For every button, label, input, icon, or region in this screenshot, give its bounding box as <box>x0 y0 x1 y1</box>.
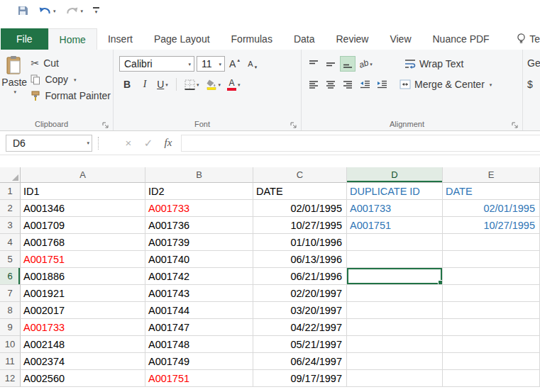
cell-A3[interactable]: A001709 <box>21 217 145 234</box>
cell-D12[interactable] <box>347 370 443 387</box>
italic-button[interactable]: I <box>137 77 153 92</box>
merge-center-button[interactable]: Merge & Center ▾ <box>400 79 492 90</box>
cell-E6[interactable] <box>443 268 540 285</box>
cell-C7[interactable]: 02/20/1997 <box>253 285 347 302</box>
cell-A2[interactable]: A001346 <box>21 200 145 217</box>
row-header-9[interactable]: 9 <box>0 319 21 336</box>
paste-button[interactable]: Paste ▾ <box>0 50 28 118</box>
cell-B10[interactable]: A001748 <box>145 336 253 353</box>
cell-A12[interactable]: A002560 <box>21 370 145 387</box>
fill-color-button[interactable]: ▾ <box>204 77 224 92</box>
font-dialog-launcher[interactable] <box>290 120 298 128</box>
cell-E8[interactable] <box>443 302 540 319</box>
cell-D1[interactable]: DUPLICATE ID <box>347 183 443 200</box>
increase-indent-button[interactable] <box>374 77 390 92</box>
customize-qat-button[interactable]: ▾ <box>92 6 101 15</box>
cell-D10[interactable] <box>347 336 443 353</box>
tab-formulas[interactable]: Formulas <box>221 28 283 50</box>
accounting-format-button[interactable]: $ <box>527 79 540 90</box>
row-header-2[interactable]: 2 <box>0 200 21 217</box>
cell-B11[interactable]: A001749 <box>145 353 253 370</box>
cell-C9[interactable]: 04/22/1997 <box>253 319 347 336</box>
row-header-5[interactable]: 5 <box>0 251 21 268</box>
cell-D4[interactable] <box>347 234 443 251</box>
cell-D2[interactable]: A001733 <box>347 200 443 217</box>
tab-view[interactable]: View <box>379 28 421 50</box>
cancel-button[interactable]: × <box>119 135 138 152</box>
cell-A7[interactable]: A001921 <box>21 285 145 302</box>
insert-function-button[interactable]: fx <box>158 135 178 152</box>
name-box[interactable]: D6 ▾ <box>6 135 92 152</box>
cell-E10[interactable] <box>443 336 540 353</box>
cell-B12[interactable]: A001751 <box>145 370 253 387</box>
undo-button[interactable]: ▾ <box>37 5 57 16</box>
cell-A6[interactable]: A001886 <box>21 268 145 285</box>
number-format-select[interactable]: Ge <box>527 57 540 69</box>
column-header-D[interactable]: D <box>347 167 443 183</box>
cell-E1[interactable]: DATE <box>443 183 540 200</box>
cell-B7[interactable]: A001743 <box>145 285 253 302</box>
cell-E5[interactable] <box>443 251 540 268</box>
tab-nuance-pdf[interactable]: Nuance PDF <box>422 28 500 50</box>
cell-B8[interactable]: A001744 <box>145 302 253 319</box>
align-top-button[interactable] <box>306 56 321 72</box>
font-name-select[interactable]: Calibri ▾ <box>119 56 194 72</box>
cell-C6[interactable]: 06/21/1996 <box>253 268 347 285</box>
cell-E7[interactable] <box>443 285 540 302</box>
row-header-12[interactable]: 12 <box>0 370 21 387</box>
cell-A10[interactable]: A002148 <box>21 336 145 353</box>
align-middle-button[interactable] <box>323 56 338 72</box>
cell-C3[interactable]: 10/27/1995 <box>253 217 347 234</box>
alignment-dialog-launcher[interactable] <box>512 120 519 128</box>
cell-C4[interactable]: 01/10/1996 <box>253 234 347 251</box>
orientation-button[interactable]: ab ▾ <box>357 56 375 72</box>
cell-A9[interactable]: A001733 <box>21 319 145 336</box>
increase-font-size-button[interactable]: A▲ <box>227 56 243 72</box>
align-left-button[interactable] <box>306 77 321 92</box>
cell-E2[interactable]: 02/01/1995 <box>443 200 540 217</box>
tab-insert[interactable]: Insert <box>97 28 143 50</box>
copy-button[interactable]: Copy ▾ <box>28 73 113 86</box>
cut-button[interactable]: ✂ Cut <box>28 57 113 69</box>
tab-file[interactable]: File <box>1 28 48 50</box>
cell-E11[interactable] <box>443 353 540 370</box>
redo-button[interactable]: ▾ <box>65 5 85 16</box>
font-color-button[interactable]: A ▾ <box>225 77 243 92</box>
cell-D5[interactable] <box>347 251 443 268</box>
formula-input[interactable] <box>181 135 540 152</box>
cell-C12[interactable]: 09/17/1997 <box>253 370 347 387</box>
cell-E9[interactable] <box>443 319 540 336</box>
cell-D6[interactable] <box>347 268 443 285</box>
cell-C11[interactable]: 06/24/1997 <box>253 353 347 370</box>
cell-E3[interactable]: 10/27/1995 <box>443 217 540 234</box>
tab-page-layout[interactable]: Page Layout <box>143 28 221 50</box>
save-button[interactable] <box>16 4 30 17</box>
cell-B5[interactable]: A001740 <box>145 251 253 268</box>
row-header-4[interactable]: 4 <box>0 234 21 251</box>
cell-E4[interactable] <box>443 234 540 251</box>
cell-B3[interactable]: A001736 <box>145 217 253 234</box>
enter-button[interactable]: ✓ <box>138 135 158 152</box>
bold-button[interactable]: B <box>119 77 135 92</box>
cell-B6[interactable]: A001742 <box>145 268 253 285</box>
column-header-B[interactable]: B <box>145 167 253 183</box>
cell-C10[interactable]: 05/21/1997 <box>253 336 347 353</box>
cell-A8[interactable]: A002017 <box>21 302 145 319</box>
cell-D8[interactable] <box>347 302 443 319</box>
formula-bar-splitter[interactable] <box>98 137 99 150</box>
tab-home[interactable]: Home <box>48 28 97 50</box>
decrease-indent-button[interactable] <box>357 77 373 92</box>
format-painter-button[interactable]: Format Painter <box>28 89 113 102</box>
column-header-E[interactable]: E <box>443 167 540 183</box>
row-header-7[interactable]: 7 <box>0 285 21 302</box>
column-header-A[interactable]: A <box>21 167 145 183</box>
cell-D3[interactable]: A001751 <box>347 217 443 234</box>
borders-button[interactable]: ▾ <box>182 77 202 92</box>
cell-C5[interactable]: 06/13/1996 <box>253 251 347 268</box>
row-header-11[interactable]: 11 <box>0 353 21 370</box>
cell-C1[interactable]: DATE <box>253 183 347 200</box>
cell-D7[interactable] <box>347 285 443 302</box>
row-header-10[interactable]: 10 <box>0 336 21 353</box>
tab-data[interactable]: Data <box>283 28 326 50</box>
cell-A11[interactable]: A002374 <box>21 353 145 370</box>
